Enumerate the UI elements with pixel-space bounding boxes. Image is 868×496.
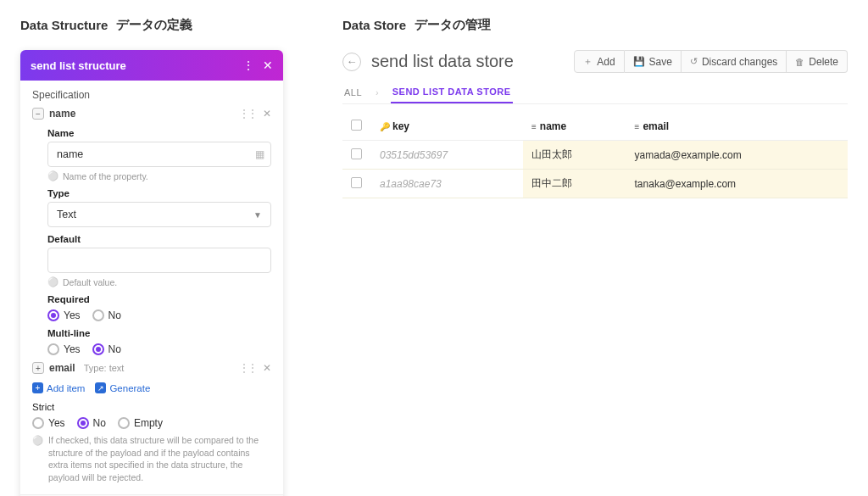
left-title-jp: データの定義 — [116, 17, 192, 33]
default-field-label: Default — [47, 234, 271, 244]
type-select[interactable]: Text ▼ — [47, 202, 271, 227]
panel-title: send list structure — [31, 59, 126, 72]
name-input[interactable] — [47, 142, 271, 167]
col-email[interactable]: ≡email — [626, 113, 848, 141]
required-yes-radio[interactable]: Yes — [47, 309, 81, 321]
cell-key: 03515dd53697 — [380, 149, 448, 161]
add-button[interactable]: ＋Add — [574, 50, 624, 73]
tab-all[interactable]: ALL — [342, 82, 364, 103]
required-label: Required — [47, 294, 271, 304]
row-checkbox[interactable] — [351, 177, 362, 188]
table-row[interactable]: 03515dd53697 山田太郎 yamada@example.com — [342, 141, 848, 170]
data-table: 🔑key ≡name ≡email 03515dd53697 山田太郎 yama… — [342, 113, 848, 198]
row-checkbox[interactable] — [351, 148, 362, 159]
hint-bulb-icon: ⚪ — [47, 170, 58, 181]
chevron-down-icon: ▼ — [253, 210, 262, 220]
cell-key: a1aa98cae73 — [380, 178, 442, 190]
store-title: send list data store — [371, 52, 514, 71]
right-section-title: Data Store データの管理 — [342, 17, 848, 33]
generate-button[interactable]: ↗Generate — [95, 382, 150, 393]
remove-property-icon[interactable]: ✕ — [263, 362, 271, 374]
left-section-title: Data Structure データの定義 — [20, 17, 283, 33]
multiline-label: Multi-line — [47, 328, 271, 338]
default-input[interactable] — [47, 248, 271, 273]
type-field-label: Type — [47, 188, 271, 198]
hint-bulb-icon: ⚪ — [47, 276, 58, 287]
strict-empty-radio[interactable]: Empty — [118, 417, 163, 429]
cell-name[interactable]: 山田太郎 — [523, 141, 626, 170]
tab-current[interactable]: SEND LIST DATA STORE — [391, 81, 513, 103]
multiline-yes-radio[interactable]: Yes — [47, 343, 81, 355]
select-all-checkbox[interactable] — [351, 120, 362, 131]
multiline-no-radio[interactable]: No — [92, 343, 121, 355]
hint-bulb-icon: ⚪ — [32, 434, 43, 484]
delete-button[interactable]: 🗑Delete — [787, 50, 848, 73]
email-type-aux: Type: text — [84, 363, 125, 373]
breadcrumb-sep: › — [376, 87, 379, 98]
name-hint: Name of the property. — [63, 171, 148, 181]
generate-icon: ↗ — [95, 382, 106, 393]
strict-yes-radio[interactable]: Yes — [32, 417, 65, 429]
panel-menu-icon[interactable]: ⋮ — [242, 59, 254, 72]
collapse-icon[interactable]: − — [32, 108, 44, 120]
key-icon: 🔑 — [380, 122, 390, 131]
input-clear-icon[interactable]: ▦ — [255, 148, 264, 160]
plus-icon: ＋ — [583, 55, 593, 68]
property-row-email[interactable]: + email Type: text ⋮⋮ ✕ — [32, 360, 271, 376]
cell-name[interactable]: 田中二郎 — [523, 170, 626, 198]
text-col-icon: ≡ — [531, 122, 537, 131]
drag-handle-icon[interactable]: ⋮⋮ — [239, 362, 256, 374]
cell-email[interactable]: yamada@example.com — [626, 141, 848, 170]
drag-handle-icon[interactable]: ⋮⋮ — [239, 108, 256, 120]
cell-email[interactable]: tanaka@example.com — [626, 170, 848, 198]
text-col-icon: ≡ — [635, 122, 640, 131]
type-value: Text — [57, 209, 76, 220]
left-title-en: Data Structure — [20, 18, 108, 32]
table-row[interactable]: a1aa98cae73 田中二郎 tanaka@example.com — [342, 170, 848, 198]
col-name[interactable]: ≡name — [523, 113, 626, 141]
discard-button[interactable]: ↺Discard changes — [682, 50, 787, 73]
panel-close-icon[interactable]: ✕ — [263, 59, 273, 72]
expand-icon[interactable]: + — [32, 362, 44, 374]
right-title-en: Data Store — [342, 18, 406, 32]
store-save-button[interactable]: 💾Save — [625, 50, 682, 73]
col-key[interactable]: 🔑key — [371, 113, 523, 141]
property-key-email: email — [49, 362, 75, 374]
strict-no-radio[interactable]: No — [77, 417, 106, 429]
strict-hint-text: If checked, this data structure will be … — [48, 434, 271, 484]
add-item-button[interactable]: +Add item — [32, 382, 85, 393]
name-field-label: Name — [47, 128, 271, 138]
back-icon[interactable]: ← — [342, 53, 361, 71]
plus-icon: + — [32, 382, 43, 393]
specification-label: Specification — [32, 89, 271, 101]
panel-header: send list structure ⋮ ✕ — [20, 50, 283, 81]
undo-icon: ↺ — [690, 56, 698, 67]
trash-icon: 🗑 — [795, 57, 804, 67]
data-structure-panel: send list structure ⋮ ✕ Specification − … — [20, 50, 283, 496]
property-key-name: name — [49, 108, 75, 120]
property-row-name[interactable]: − name ⋮⋮ ✕ — [32, 106, 271, 121]
strict-label: Strict — [32, 402, 271, 412]
right-title-jp: データの管理 — [415, 17, 491, 33]
remove-property-icon[interactable]: ✕ — [263, 108, 271, 120]
default-hint: Default value. — [63, 277, 117, 287]
save-icon: 💾 — [633, 56, 645, 67]
required-no-radio[interactable]: No — [92, 309, 121, 321]
